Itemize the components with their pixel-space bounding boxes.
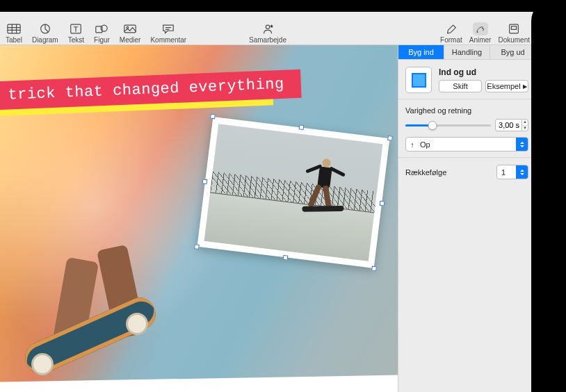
play-icon: ▶ [523, 83, 527, 90]
toolbar-label: Diagram [32, 36, 58, 44]
effect-name: Ind og ud [439, 67, 528, 77]
shape-icon [94, 22, 109, 35]
direction-select[interactable]: ↑ Op [405, 137, 528, 152]
svg-point-9 [476, 31, 478, 33]
duration-slider[interactable] [405, 120, 491, 131]
toolbar-label: Samarbejde [249, 36, 286, 44]
arrow-up-icon: ↑ [406, 140, 419, 149]
toolbar-shape-button[interactable]: Figur [94, 13, 110, 44]
preview-button[interactable]: Eksempel▶ [485, 80, 528, 92]
svg-point-6 [127, 26, 129, 28]
stepper-down-icon[interactable]: ▼ [522, 126, 528, 131]
duration-label: Varighed og retning [405, 106, 528, 115]
direction-value: Op [419, 140, 516, 149]
svg-point-7 [266, 25, 269, 28]
toolbar-animate-button[interactable]: Animer [469, 13, 492, 44]
duration-stepper[interactable]: ▲▼ [521, 119, 528, 131]
svg-rect-0 [8, 24, 20, 33]
toolbar-collaborate-button[interactable]: Samarbejde [249, 13, 286, 44]
comment-icon [161, 22, 176, 35]
toolbar-document-button[interactable]: Dokument [498, 13, 530, 44]
tab-action[interactable]: Handling [444, 45, 490, 59]
toolbar-label: Format [440, 36, 462, 44]
toolbar-label: Medier [120, 36, 141, 44]
order-label: Rækkefølge [405, 168, 446, 177]
media-icon [122, 22, 138, 35]
svg-rect-10 [510, 24, 519, 33]
toolbar-table-button[interactable]: Tabel [6, 13, 22, 44]
toolbar-label: Tabel [6, 36, 22, 44]
duration-field[interactable]: ▲▼ [495, 119, 528, 131]
brush-icon [444, 22, 459, 35]
toolbar-media-button[interactable]: Medier [120, 13, 141, 44]
toolbar-chart-button[interactable]: Diagram [32, 13, 58, 44]
selected-photo[interactable] [197, 117, 389, 268]
toolbar-label: Tekst [68, 36, 84, 44]
skateboarder-large [7, 142, 188, 351]
order-select[interactable]: 1 [496, 165, 528, 179]
svg-rect-11 [512, 26, 517, 29]
slide-canvas[interactable]: e trick that changed everything [0, 45, 398, 392]
toolbar: Tabel Diagram Tekst Figur Medier Komment… [0, 12, 535, 45]
inspector-tabs: Byg ind Handling Byg ud [398, 45, 535, 60]
change-effect-button[interactable]: Skift [439, 80, 482, 92]
chevron-updown-icon [516, 165, 528, 179]
text-icon [68, 22, 83, 35]
toolbar-format-button[interactable]: Format [440, 13, 462, 44]
table-icon [6, 22, 22, 35]
document-icon [506, 22, 521, 35]
toolbar-label: Figur [94, 36, 110, 44]
toolbar-label: Dokument [498, 36, 530, 44]
collaborate-icon [260, 22, 275, 35]
toolbar-label: Kommentar [150, 36, 186, 44]
animate-icon [473, 22, 488, 35]
toolbar-text-button[interactable]: Tekst [68, 13, 84, 44]
skateboarder-small [304, 156, 350, 222]
order-value: 1 [497, 168, 516, 177]
stepper-up-icon[interactable]: ▲ [522, 120, 528, 126]
chart-icon [38, 22, 53, 35]
inspector-sidebar: Byg ind Handling Byg ud Ind og ud Skift … [398, 45, 535, 392]
toolbar-comment-button[interactable]: Kommentar [150, 13, 186, 44]
chevron-updown-icon [516, 138, 528, 151]
tab-build-in[interactable]: Byg ind [398, 45, 444, 59]
toolbar-label: Animer [469, 36, 492, 44]
tab-build-out[interactable]: Byg ud [490, 45, 535, 59]
duration-input[interactable] [495, 119, 521, 131]
effect-thumbnail [405, 67, 432, 93]
